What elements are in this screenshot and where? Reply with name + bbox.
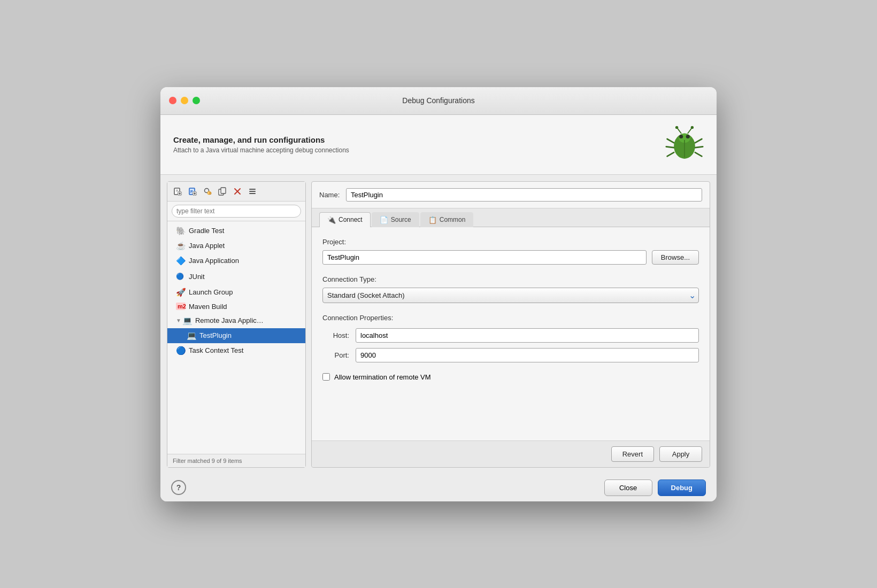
tree-item-gradle[interactable]: 🐘 Gradle Test	[167, 223, 305, 238]
close-window-button[interactable]	[169, 97, 176, 104]
titlebar: Debug Configurations	[160, 87, 717, 115]
tree-item-label: Task Context Test	[189, 346, 243, 354]
tree-item-java-applet[interactable]: ☕ Java Applet	[167, 238, 305, 253]
tree-item-label: TestPlugin	[199, 331, 232, 339]
header-subtext: Attach to a Java virtual machine accepti…	[173, 146, 349, 154]
search-button[interactable]: ⚙	[201, 185, 214, 198]
source-tab-icon: 📄	[380, 216, 388, 224]
project-row: Browse...	[322, 250, 699, 265]
svg-rect-36	[249, 191, 256, 192]
tab-content: Project: Browse... Connection Type: Stan…	[312, 227, 710, 440]
svg-line-5	[666, 146, 674, 148]
window-title: Debug Configurations	[402, 96, 474, 105]
junit-icon: 🔵	[176, 271, 186, 282]
expand-arrow: ▼	[176, 318, 181, 323]
tree-item-label: JUnit	[189, 273, 205, 281]
svg-text:⚙: ⚙	[209, 191, 212, 195]
allow-termination-label: Allow termination of remote VM	[334, 373, 431, 381]
svg-rect-37	[249, 193, 256, 194]
footer-buttons: Close Debug	[604, 479, 706, 496]
bottom-bar: Revert Apply	[312, 440, 710, 467]
tree-item-label: Maven Build	[189, 303, 227, 311]
duplicate-button[interactable]	[216, 185, 229, 198]
port-input[interactable]	[356, 348, 699, 362]
bug-icon	[665, 125, 704, 165]
svg-line-8	[695, 146, 703, 148]
tab-connect-label: Connect	[339, 216, 363, 223]
common-tab-icon: 📋	[428, 216, 437, 224]
name-row: Name:	[312, 182, 710, 208]
host-label: Host:	[322, 331, 349, 339]
tree-item-remote-java[interactable]: ▼ 💻 Remote Java Applic…	[167, 313, 305, 328]
connection-type-select[interactable]: Standard (Socket Attach) Standard (Socke…	[322, 288, 699, 303]
connection-type-select-wrap: Standard (Socket Attach) Standard (Socke…	[322, 288, 699, 303]
svg-rect-32	[221, 188, 226, 194]
tree-item-label: Remote Java Applic…	[195, 316, 264, 324]
project-input[interactable]	[322, 250, 647, 265]
svg-text:🔵: 🔵	[176, 272, 184, 280]
close-button[interactable]: Close	[604, 479, 652, 496]
port-row: Port:	[322, 348, 699, 362]
left-toolbar: P ⚙	[167, 182, 305, 202]
main-content: P ⚙	[160, 175, 717, 474]
connect-tab-icon: 🔌	[327, 216, 336, 224]
new-proto-button[interactable]: P	[186, 185, 199, 198]
svg-line-4	[667, 139, 674, 143]
debug-button[interactable]: Debug	[658, 479, 706, 496]
apply-button[interactable]: Apply	[659, 446, 702, 462]
tree-item-java-application[interactable]: 🔷 Java Application	[167, 253, 305, 268]
header-heading: Create, manage, and run configurations	[173, 135, 349, 144]
maven-icon: m2	[176, 303, 186, 310]
tree-item-label: Launch Group	[189, 288, 233, 296]
maximize-window-button[interactable]	[193, 97, 200, 104]
svg-line-9	[695, 152, 702, 156]
collapse-button[interactable]	[245, 185, 259, 198]
project-field-group: Project: Browse...	[322, 238, 699, 265]
gradle-icon: 🐘	[176, 226, 186, 236]
filter-input[interactable]	[172, 205, 301, 218]
delete-button[interactable]	[230, 185, 244, 198]
help-icon: ?	[176, 483, 181, 492]
main-window: Debug Configurations Create, manage, and…	[160, 87, 717, 501]
tree-item-label: Gradle Test	[189, 227, 224, 235]
svg-rect-35	[249, 189, 256, 190]
tabs-bar: 🔌 Connect 📄 Source 📋 Common	[312, 208, 710, 227]
filter-status: Filter matched 9 of 9 items	[167, 454, 305, 467]
host-input[interactable]	[356, 328, 699, 343]
connection-props-label: Connection Properties:	[322, 314, 699, 322]
right-panel: Name: 🔌 Connect 📄 Source 📋 Common	[311, 181, 710, 468]
browse-button[interactable]: Browse...	[652, 250, 699, 265]
name-input[interactable]	[346, 188, 702, 202]
tree-item-task-context[interactable]: 🔵 Task Context Test	[167, 343, 305, 358]
props-grid: Host: Port:	[322, 328, 699, 362]
svg-point-15	[674, 134, 695, 159]
tree-item-testplugin[interactable]: 💻 TestPlugin	[167, 328, 305, 343]
minimize-window-button[interactable]	[181, 97, 188, 104]
task-context-icon: 🔵	[176, 346, 186, 355]
tab-common[interactable]: 📋 Common	[420, 212, 474, 227]
tree-item-label: Java Applet	[189, 242, 225, 250]
footer: ? Close Debug	[160, 474, 717, 501]
tab-source[interactable]: 📄 Source	[372, 212, 419, 227]
tree-item-maven[interactable]: m2 Maven Build	[167, 300, 305, 313]
connection-type-field-group: Connection Type: Standard (Socket Attach…	[322, 275, 699, 303]
revert-button[interactable]: Revert	[611, 446, 654, 462]
tree-item-launch-group[interactable]: 🚀 Launch Group	[167, 285, 305, 300]
testplugin-icon: 💻	[187, 331, 196, 341]
window-controls	[169, 97, 200, 104]
remote-java-icon: 💻	[182, 316, 192, 326]
svg-line-7	[695, 139, 702, 143]
help-button[interactable]: ?	[171, 480, 186, 495]
tree-item-label: Java Application	[189, 257, 239, 265]
tree-list: 🐘 Gradle Test ☕ Java Applet 🔷 Java Appli…	[167, 221, 305, 454]
header-text: Create, manage, and run configurations A…	[173, 135, 349, 154]
allow-termination-row: Allow termination of remote VM	[322, 373, 699, 381]
port-label: Port:	[322, 351, 349, 359]
tab-connect[interactable]: 🔌 Connect	[319, 212, 371, 227]
svg-point-13	[691, 126, 694, 128]
tree-item-junit[interactable]: 🔵 JUnit	[167, 268, 305, 285]
filter-input-wrap	[167, 202, 305, 221]
new-config-button[interactable]	[171, 185, 184, 198]
allow-termination-checkbox[interactable]	[322, 373, 330, 381]
connection-type-label: Connection Type:	[322, 275, 699, 283]
